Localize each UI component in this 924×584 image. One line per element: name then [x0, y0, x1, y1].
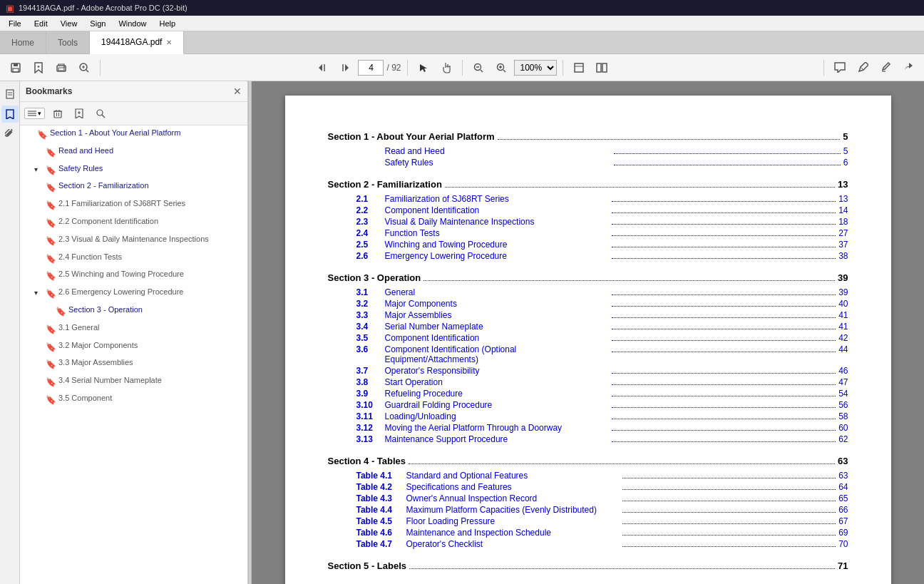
toc-row-23[interactable]: 2.3 Visual & Daily Maintenance Inspectio…	[328, 217, 848, 227]
toc-row-t43[interactable]: Table 4.3 Owner's Annual Inspection Reco…	[328, 493, 848, 503]
bookmark-section3[interactable]: 🔖 Section 3 - Operation	[20, 302, 247, 320]
menu-file[interactable]: File	[3, 18, 27, 29]
fill-sign-button[interactable]	[876, 58, 895, 78]
toc-page-t43: 65	[838, 493, 848, 503]
menu-help[interactable]: Help	[154, 18, 182, 29]
toc-num-38: 3.8	[356, 377, 385, 387]
bookmark-23[interactable]: 🔖 2.3 Visual & Daily Maintenance Inspect…	[20, 232, 247, 250]
toc-num-t41: Table 4.1	[356, 471, 406, 481]
toc-row-34[interactable]: 3.4 Serial Number Nameplate 41	[328, 322, 848, 332]
cursor-tool-button[interactable]	[414, 58, 433, 78]
toc-row-33[interactable]: 3.3 Major Assemblies 41	[328, 310, 848, 320]
toc-dots-26	[612, 258, 836, 259]
toc-row-t46[interactable]: Table 4.6 Maintenance and Inspection Sch…	[328, 528, 848, 538]
hand-tool-button[interactable]	[436, 58, 456, 78]
toolbar-sep-4	[563, 60, 563, 76]
bookmark-31[interactable]: 🔖 3.1 General	[20, 320, 247, 338]
bookmark-add-button[interactable]	[29, 58, 48, 78]
share-button[interactable]	[898, 58, 918, 78]
zoom-out-button[interactable]	[468, 58, 488, 78]
bookmark-24[interactable]: 🔖 2.4 Function Tests	[20, 250, 247, 267]
bookmark-section2[interactable]: 🔖 Section 2 - Familiarization	[20, 178, 247, 196]
tab-home[interactable]: Home	[0, 31, 46, 53]
toc-row-312[interactable]: 3.12 Moving the Aerial Platform Through …	[328, 423, 848, 433]
toc-row-t45[interactable]: Table 4.5 Floor Loading Pressure 67	[328, 516, 848, 526]
toc-row-36[interactable]: 3.6 Component Identification (Optional E…	[328, 344, 848, 364]
sidebar-new-bookmark-button[interactable]	[71, 105, 88, 122]
tab-file[interactable]: 194418AGA.pdf ✕	[90, 31, 184, 54]
toc-row-35[interactable]: 3.5 Component Identification 42	[328, 333, 848, 343]
toc-page-22: 14	[838, 205, 848, 215]
menu-sign[interactable]: Sign	[84, 18, 111, 29]
toc-label-310: Guardrail Folding Procedure	[385, 400, 609, 410]
sidebar-search-button[interactable]	[92, 105, 109, 122]
toc-row-safetyrules[interactable]: Safety Rules 6	[328, 158, 848, 168]
toc-row-t41[interactable]: Table 4.1 Standard and Optional Features…	[328, 471, 848, 481]
comment-button[interactable]	[830, 58, 850, 78]
tab-close-button[interactable]: ✕	[166, 39, 172, 46]
bookmark-26[interactable]: ▾ 🔖 2.6 Emergency Lowering Procedure	[20, 285, 247, 302]
bookmark-22[interactable]: 🔖 2.2 Component Identification	[20, 214, 247, 232]
save-button[interactable]	[6, 58, 26, 78]
zoom-in-button[interactable]	[491, 58, 511, 78]
toc-row-t44[interactable]: Table 4.4 Maximum Platform Capacities (E…	[328, 505, 848, 515]
toc-row-31[interactable]: 3.1 General 39	[328, 287, 848, 297]
left-icon-pages[interactable]	[1, 86, 19, 103]
toc-page-313: 62	[838, 434, 848, 444]
menu-view[interactable]: View	[55, 18, 83, 29]
toc-page-39: 54	[838, 389, 848, 399]
toc-row-22[interactable]: 2.2 Component Identification 14	[328, 205, 848, 215]
toc-row-311[interactable]: 3.11 Loading/Unloading 58	[328, 411, 848, 421]
toc-row-readheed[interactable]: Read and Heed 5	[328, 146, 848, 156]
toc-row-21[interactable]: 2.1 Familiarization of SJ68RT Series 13	[328, 194, 848, 204]
toc-row-37[interactable]: 3.7 Operator's Responsibility 46	[328, 366, 848, 376]
toc-page-t44: 66	[838, 505, 848, 515]
bookmark-35[interactable]: 🔖 3.5 Component	[20, 391, 247, 409]
bookmark-33[interactable]: 🔖 3.3 Major Assemblies	[20, 355, 247, 373]
print-button[interactable]	[51, 58, 71, 78]
nav-next-button[interactable]	[335, 58, 355, 78]
svg-line-35	[102, 115, 105, 118]
menu-edit[interactable]: Edit	[29, 18, 53, 29]
left-icon-bookmarks[interactable]	[1, 106, 19, 123]
enhance-scan-button[interactable]	[74, 58, 94, 78]
toc-row-t42[interactable]: Table 4.2 Specifications and Features 64	[328, 482, 848, 492]
page-number-input[interactable]: 4	[358, 60, 384, 76]
bookmark-34[interactable]: 🔖 3.4 Serial Number Nameplate	[20, 373, 247, 391]
left-icon-attachments[interactable]	[1, 125, 19, 143]
toc-row-24[interactable]: 2.4 Function Tests 27	[328, 228, 848, 238]
toc-row-313[interactable]: 3.13 Maintenance Support Procedure 62	[328, 434, 848, 444]
sidebar-close-button[interactable]: ✕	[233, 86, 242, 97]
toc-row-t47[interactable]: Table 4.7 Operator's Checklist 70	[328, 539, 848, 549]
bookmark-section1[interactable]: 🔖 Section 1 - About Your Aerial Platform	[20, 125, 247, 143]
toc-num-310: 3.10	[356, 400, 385, 410]
bookmark-readheed[interactable]: 🔖 Read and Heed	[20, 143, 247, 161]
toc-row-25[interactable]: 2.5 Winching and Towing Procedure 37	[328, 240, 848, 250]
sidebar-delete-button[interactable]	[49, 105, 66, 122]
toc-dots-section4	[409, 463, 835, 464]
two-page-button[interactable]	[592, 58, 612, 78]
toc-row-32[interactable]: 3.2 Major Components 40	[328, 299, 848, 309]
fit-page-button[interactable]	[569, 58, 589, 78]
drawing-button[interactable]	[853, 58, 873, 78]
bookmark-text-section1: Section 1 - About Your Aerial Platform	[50, 128, 245, 138]
tab-tools[interactable]: Tools	[46, 31, 90, 53]
bookmark-25[interactable]: 🔖 2.5 Winching and Towing Procedure	[20, 267, 247, 285]
toc-section-2: Section 2 - Familiarization 13 2.1 Famil…	[328, 179, 848, 261]
toc-row-39[interactable]: 3.9 Refueling Procedure 54	[328, 389, 848, 399]
toc-row-38[interactable]: 3.8 Start Operation 47	[328, 377, 848, 387]
bookmark-21[interactable]: 🔖 2.1 Familiarization of SJ68RT Series	[20, 196, 247, 214]
bookmark-32[interactable]: 🔖 3.2 Major Components	[20, 338, 247, 356]
toc-page-310: 56	[838, 400, 848, 410]
sidebar-options-dropdown[interactable]: ▾	[24, 108, 45, 119]
menu-window[interactable]: Window	[113, 18, 152, 29]
bookmark-safetyrules[interactable]: ▾ 🔖 Safety Rules	[20, 161, 247, 179]
zoom-level-select[interactable]: 100% 75% 125% 150%	[514, 60, 557, 76]
bookmark-text-section3: Section 3 - Operation	[68, 304, 245, 315]
pdf-viewer-area[interactable]: Section 1 - About Your Aerial Platform 5…	[252, 81, 924, 584]
nav-previous-button[interactable]	[312, 58, 332, 78]
bookmark-text-34: 3.4 Serial Number Nameplate	[58, 375, 245, 386]
toc-row-310[interactable]: 3.10 Guardrail Folding Procedure 56	[328, 400, 848, 410]
toc-page-21: 13	[838, 194, 848, 204]
toc-row-26[interactable]: 2.6 Emergency Lowering Procedure 38	[328, 251, 848, 261]
